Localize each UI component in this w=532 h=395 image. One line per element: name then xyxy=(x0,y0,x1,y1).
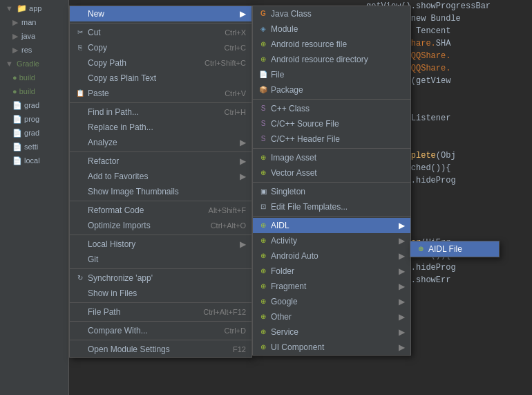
history-icon xyxy=(75,239,85,249)
image-asset-icon: ⊕ xyxy=(258,153,268,163)
menu-item-open-module[interactable]: Open Module Settings F12 xyxy=(70,342,251,357)
menu-item-cut[interactable]: ✂ Cut Ctrl+X xyxy=(70,25,251,40)
tree-item-res[interactable]: ▶ res xyxy=(0,43,68,57)
activity-icon: ⊕ xyxy=(258,236,268,246)
thumbnails-icon xyxy=(75,187,85,196)
new-icon xyxy=(75,9,85,19)
sub-separator-1 xyxy=(253,99,410,100)
separator-8 xyxy=(70,321,251,322)
menu-item-new[interactable]: New ▶ xyxy=(70,6,251,21)
menu-item-show-thumbnails[interactable]: Show Image Thumbnails xyxy=(70,184,251,199)
tree-item-local[interactable]: 📄 local xyxy=(0,154,68,167)
menu-item-file-path[interactable]: File Path Ctrl+Alt+F12 xyxy=(70,304,251,320)
cut-icon: ✂ xyxy=(75,28,85,37)
reformat-icon xyxy=(75,205,85,215)
aidl-file-icon: ⊕ xyxy=(416,244,426,254)
paste-icon: 📋 xyxy=(75,89,85,98)
tree-item-build1[interactable]: ● build xyxy=(0,71,68,84)
filepath-icon xyxy=(75,307,85,317)
submenu-item-activity[interactable]: ⊕ Activity ▶ xyxy=(253,233,410,248)
module-settings-icon xyxy=(75,345,85,354)
submenu-arrow-aidl: ▶ xyxy=(399,218,405,233)
submenu-item-ui-component[interactable]: ⊕ UI Component ▶ xyxy=(253,340,410,355)
menu-item-refactor[interactable]: Refactor ▶ xyxy=(70,154,251,169)
tree-item-setti[interactable]: 📄 setti xyxy=(0,140,68,154)
menu-item-optimize[interactable]: Optimize Imports Ctrl+Alt+O xyxy=(70,218,251,233)
find-icon xyxy=(75,107,85,117)
menu-item-git[interactable]: Git xyxy=(70,252,251,267)
files-icon xyxy=(75,288,85,298)
submenu-item-fragment[interactable]: ⊕ Fragment ▶ xyxy=(253,279,410,294)
menu-item-reformat[interactable]: Reformat Code Alt+Shift+F xyxy=(70,203,251,218)
tree-item-app[interactable]: ▼ 📁 app xyxy=(0,1,68,15)
tree-item-grad[interactable]: 📄 grad xyxy=(0,98,68,112)
submenu-item-cpp-source[interactable]: S C/C++ Source File xyxy=(253,116,410,131)
menu-item-synchronize[interactable]: ↻ Synchronize 'app' xyxy=(70,270,251,286)
tree-item-grad2[interactable]: 📄 grad xyxy=(0,126,68,140)
main-context-menu: New ▶ ✂ Cut Ctrl+X ⎘ Copy Ctrl+C Copy Pa… xyxy=(69,6,252,358)
submenu-item-android-resource-dir[interactable]: ⊕ Android resource directory xyxy=(253,52,410,67)
favorites-icon xyxy=(75,172,85,181)
separator-5 xyxy=(70,235,251,235)
replace-icon xyxy=(75,122,85,132)
analyze-icon xyxy=(75,138,85,147)
submenu-arrow-other: ▶ xyxy=(399,309,405,324)
menu-item-analyze[interactable]: Analyze ▶ xyxy=(70,135,251,150)
tree-item-gradle[interactable]: ▼ Gradle xyxy=(0,57,68,71)
submenu-arrow-activity: ▶ xyxy=(399,233,405,248)
submenu-item-android-auto[interactable]: ⊕ Android Auto ▶ xyxy=(253,248,410,264)
android-auto-icon: ⊕ xyxy=(258,251,268,261)
submenu-item-vector-asset[interactable]: ⊕ Vector Asset xyxy=(253,165,410,181)
package-icon: 📦 xyxy=(258,85,268,95)
submenu-item-cpp-class[interactable]: S C++ Class xyxy=(253,101,410,116)
submenu-item-java-class[interactable]: G Java Class xyxy=(253,6,410,21)
menu-item-local-history[interactable]: Local History ▶ xyxy=(70,237,251,252)
submenu-item-aidl[interactable]: ⊕ AIDL ▶ xyxy=(253,218,410,233)
singleton-icon: ▣ xyxy=(258,187,268,196)
other-icon: ⊕ xyxy=(258,312,268,322)
folder-icon: ⊕ xyxy=(258,266,268,276)
aidl-submenu-item-aidl-file[interactable]: ⊕ AIDL File xyxy=(410,241,499,257)
submenu-item-edit-templates[interactable]: ⊡ Edit File Templates... xyxy=(253,199,410,214)
menu-item-paste[interactable]: 📋 Paste Ctrl+V xyxy=(70,86,251,101)
tree-item-java[interactable]: ▶ java xyxy=(0,29,68,43)
android-resource-file-icon: ⊕ xyxy=(258,39,268,49)
submenu-arrow-android-auto: ▶ xyxy=(399,248,405,264)
submenu-item-package[interactable]: 📦 Package xyxy=(253,82,410,98)
submenu-item-image-asset[interactable]: ⊕ Image Asset xyxy=(253,150,410,165)
optimize-icon xyxy=(75,221,85,230)
menu-item-copy-path[interactable]: Copy Path Ctrl+Shift+C xyxy=(70,55,251,71)
submenu-item-other[interactable]: ⊕ Other ▶ xyxy=(253,309,410,324)
separator-4 xyxy=(70,201,251,201)
sub-separator-4 xyxy=(253,216,410,217)
tree-item-build2[interactable]: ● build xyxy=(0,84,68,98)
java-class-icon: G xyxy=(258,9,268,19)
tree-item-man[interactable]: ▶ man xyxy=(0,15,68,29)
menu-item-copy-plain[interactable]: Copy as Plain Text xyxy=(70,71,251,86)
submenu-arrow-history: ▶ xyxy=(240,237,246,252)
cpp-class-icon: S xyxy=(258,104,268,113)
menu-item-show-files[interactable]: Show in Files xyxy=(70,286,251,301)
submenu-item-file[interactable]: 📄 File xyxy=(253,67,410,82)
submenu-item-android-resource-file[interactable]: ⊕ Android resource file xyxy=(253,37,410,52)
separator-6 xyxy=(70,268,251,269)
menu-item-replace-path[interactable]: Replace in Path... xyxy=(70,120,251,135)
submenu-arrow-new: ▶ xyxy=(240,6,246,21)
file-icon: 📄 xyxy=(258,70,268,80)
separator-1 xyxy=(70,23,251,24)
fragment-icon: ⊕ xyxy=(258,282,268,291)
submenu-item-singleton[interactable]: ▣ Singleton xyxy=(253,184,410,199)
menu-item-copy[interactable]: ⎘ Copy Ctrl+C xyxy=(70,40,251,55)
tree-item-prog[interactable]: 📄 prog xyxy=(0,112,68,126)
submenu-item-google[interactable]: ⊕ Google ▶ xyxy=(253,294,410,309)
separator-7 xyxy=(70,302,251,303)
copy-icon: ⎘ xyxy=(75,43,85,53)
menu-item-add-favorites[interactable]: Add to Favorites ▶ xyxy=(70,169,251,184)
submenu-item-folder[interactable]: ⊕ Folder ▶ xyxy=(253,264,410,279)
menu-item-compare[interactable]: Compare With... Ctrl+D xyxy=(70,323,251,338)
submenu-item-module[interactable]: ◈ Module xyxy=(253,21,410,37)
edit-templates-icon: ⊡ xyxy=(258,202,268,212)
submenu-item-service[interactable]: ⊕ Service ▶ xyxy=(253,324,410,340)
menu-item-find-path[interactable]: Find in Path... Ctrl+H xyxy=(70,104,251,120)
submenu-item-cpp-header[interactable]: S C/C++ Header File xyxy=(253,131,410,147)
